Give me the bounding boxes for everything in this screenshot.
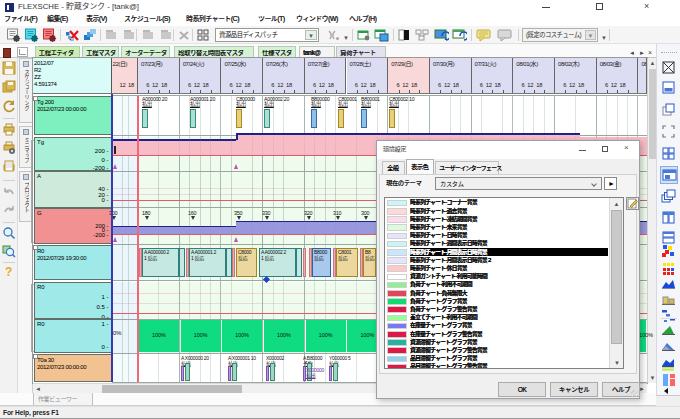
svg-text:?: ? (5, 265, 12, 278)
